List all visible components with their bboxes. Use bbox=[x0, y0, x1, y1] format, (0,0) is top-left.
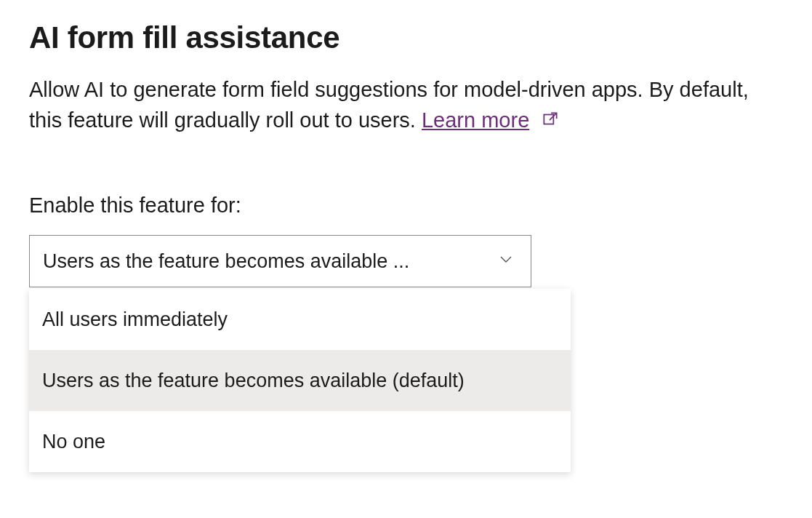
option-no-one[interactable]: No one bbox=[29, 411, 571, 472]
option-users-default[interactable]: Users as the feature becomes available (… bbox=[29, 350, 571, 411]
enable-for-dropdown: All users immediately Users as the featu… bbox=[29, 289, 571, 472]
option-label: Users as the feature becomes available (… bbox=[42, 370, 465, 392]
chevron-down-icon bbox=[497, 250, 515, 273]
section-heading: AI form fill assistance bbox=[29, 20, 783, 55]
svg-rect-0 bbox=[544, 115, 554, 124]
description-text: Allow AI to generate form field suggesti… bbox=[29, 78, 749, 132]
section-description: Allow AI to generate form field suggesti… bbox=[29, 74, 783, 137]
external-link-icon bbox=[541, 106, 560, 137]
option-label: All users immediately bbox=[42, 308, 228, 331]
option-all-users[interactable]: All users immediately bbox=[29, 289, 571, 350]
enable-for-combobox[interactable]: Users as the feature becomes available .… bbox=[29, 235, 531, 287]
settings-section: AI form fill assistance Allow AI to gene… bbox=[0, 0, 812, 501]
enable-for-label: Enable this feature for: bbox=[29, 194, 783, 218]
option-label: No one bbox=[42, 431, 105, 453]
learn-more-link[interactable]: Learn more bbox=[422, 108, 529, 132]
enable-for-select: Users as the feature becomes available .… bbox=[29, 235, 571, 472]
combobox-value: Users as the feature becomes available .… bbox=[43, 250, 409, 273]
